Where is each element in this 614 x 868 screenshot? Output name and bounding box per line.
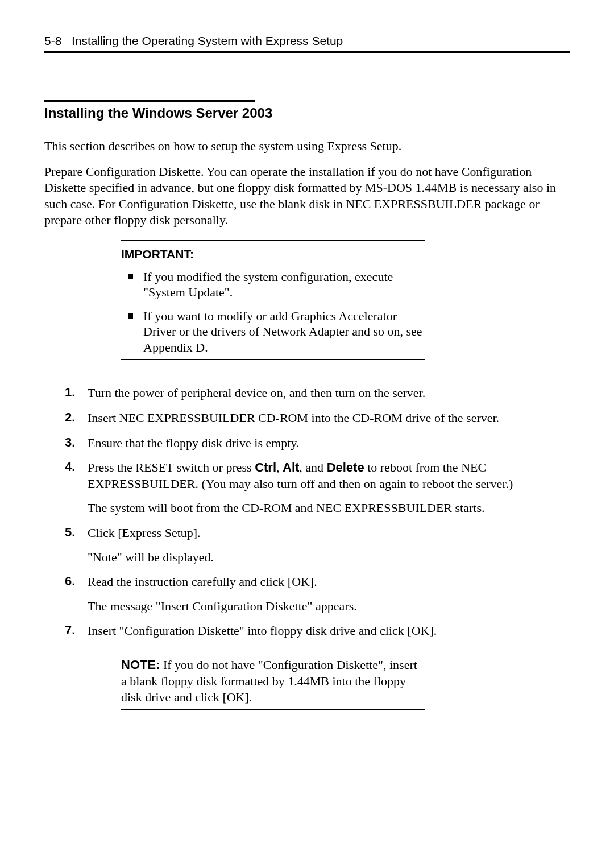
step-text: The system will boot from the CD-ROM and… xyxy=(88,500,570,516)
step-number: 7. xyxy=(65,623,88,638)
section-title-rule xyxy=(44,100,255,102)
step-number: 6. xyxy=(65,574,88,589)
note-rule-bottom xyxy=(121,709,425,710)
step-item: 1. Turn the power of peripheral device o… xyxy=(65,385,570,402)
step-number: 3. xyxy=(65,435,88,450)
intro-paragraph-2: Prepare Configuration Diskette. You can … xyxy=(44,164,570,229)
note-body: If you do not have "Configuration Disket… xyxy=(121,658,417,704)
step-item: 5. Click [Express Setup]. "Note" will be… xyxy=(65,525,570,565)
step-body: Read the instruction carefully and click… xyxy=(88,574,357,614)
page-number: 5-8 xyxy=(44,34,61,47)
step-text: Read the instruction carefully and click… xyxy=(88,574,357,590)
step-text: Insert "Configuration Diskette" into flo… xyxy=(88,623,437,639)
step-text: Click [Express Setup]. xyxy=(88,525,214,542)
square-bullet-icon xyxy=(128,274,133,279)
step-body: Click [Express Setup]. "Note" will be di… xyxy=(88,525,214,565)
step-number: 4. xyxy=(65,460,88,474)
note-rule-top xyxy=(121,651,425,651)
step-item: 3. Ensure that the floppy disk drive is … xyxy=(65,435,570,452)
step-text: Insert NEC EXPRESSBUILDER CD-ROM into th… xyxy=(88,410,499,427)
important-rule-bottom xyxy=(121,359,425,360)
ctrl-key: Ctrl xyxy=(255,460,276,474)
step-text: "Note" will be displayed. xyxy=(88,549,214,566)
step-text: Turn the power of peripheral device on, … xyxy=(88,385,425,402)
step-body: Press the RESET switch or press Ctrl, Al… xyxy=(88,460,570,516)
important-list: If you modified the system configuration… xyxy=(121,269,425,356)
step-body: Insert "Configuration Diskette" into flo… xyxy=(88,623,437,639)
step-text: Press the RESET switch or press Ctrl, Al… xyxy=(88,460,570,492)
header-title: Installing the Operating System with Exp… xyxy=(72,34,343,47)
step-text: The message "Insert Configuration Disket… xyxy=(88,598,357,615)
important-item: If you modified the system configuration… xyxy=(121,269,425,300)
square-bullet-icon xyxy=(128,313,133,319)
important-item-text: If you want to modify or add Graphics Ac… xyxy=(143,308,425,356)
step-text-pre: Press the RESET switch or press xyxy=(88,460,255,474)
important-label: IMPORTANT: xyxy=(121,247,425,261)
step-number: 1. xyxy=(65,385,88,400)
steps-list: 1. Turn the power of peripheral device o… xyxy=(65,385,570,639)
note-text: NOTE: If you do not have "Configuration … xyxy=(121,657,425,706)
important-item: If you want to modify or add Graphics Ac… xyxy=(121,308,425,356)
important-box: IMPORTANT: If you modified the system co… xyxy=(121,240,425,361)
page-header: 5-8 Installing the Operating System with… xyxy=(44,34,570,53)
step-item: 4. Press the RESET switch or press Ctrl,… xyxy=(65,460,570,516)
step-body: Ensure that the floppy disk drive is emp… xyxy=(88,435,300,452)
step-text: Ensure that the floppy disk drive is emp… xyxy=(88,435,300,452)
step-number: 2. xyxy=(65,410,88,425)
alt-key: Alt xyxy=(283,460,299,474)
important-rule-top xyxy=(121,240,425,241)
step-item: 2. Insert NEC EXPRESSBUILDER CD-ROM into… xyxy=(65,410,570,427)
step-item: 7. Insert "Configuration Diskette" into … xyxy=(65,623,570,639)
delete-key: Delete xyxy=(327,460,364,474)
note-box: NOTE: If you do not have "Configuration … xyxy=(121,651,425,710)
section-title: Installing the Windows Server 2003 xyxy=(44,105,570,121)
intro-paragraph-1: This section describes on how to setup t… xyxy=(44,138,570,155)
step-body: Turn the power of peripheral device on, … xyxy=(88,385,425,402)
important-item-text: If you modified the system configuration… xyxy=(143,269,425,300)
step-number: 5. xyxy=(65,525,88,540)
step-sep: , and xyxy=(299,460,326,474)
step-item: 6. Read the instruction carefully and cl… xyxy=(65,574,570,614)
step-sep: , xyxy=(276,460,283,474)
step-body: Insert NEC EXPRESSBUILDER CD-ROM into th… xyxy=(88,410,499,427)
note-label: NOTE: xyxy=(121,658,160,672)
